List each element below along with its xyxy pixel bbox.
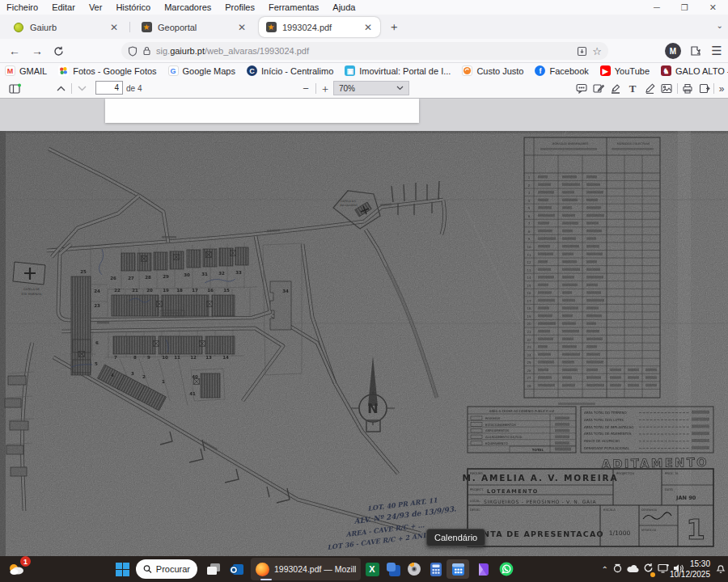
whatsapp-icon[interactable]: [497, 559, 516, 579]
save-to-device-icon[interactable]: [577, 46, 587, 57]
sync-update-icon[interactable]: [643, 562, 654, 576]
taskbar-search[interactable]: Procurar: [136, 559, 197, 579]
tab-title: Gaiurb: [30, 23, 103, 32]
tab-close-icon[interactable]: ✕: [236, 22, 248, 33]
list-all-tabs-icon[interactable]: ⌄: [717, 21, 723, 30]
google-maps-icon: G: [168, 65, 179, 76]
search-icon: [143, 564, 152, 574]
calendar-icon[interactable]: [447, 559, 469, 579]
tab-separator: [129, 22, 130, 32]
image-tool-button[interactable]: [659, 81, 674, 96]
url-bar[interactable]: sig.gaiurb.pt/web_alvaras/1993024.pdf ☆: [121, 42, 608, 60]
bookmark-imovirtual[interactable]: ▣ Imovirtual: Portal de I...: [345, 65, 451, 76]
tab-pdf-active[interactable]: ★ 1993024.pdf ✕: [259, 17, 380, 37]
bookmark-centralimo[interactable]: C Início - Centralimo: [247, 65, 333, 76]
taskbar-tooltip: Calendário: [426, 529, 485, 546]
date: 10/12/2025: [670, 569, 710, 580]
menu-ajuda[interactable]: Ajuda: [332, 2, 355, 12]
pdf-toolbar: de 4 − ＋ 70% T: [0, 78, 728, 99]
reload-button[interactable]: [50, 43, 66, 59]
close-button[interactable]: ✕: [709, 2, 717, 13]
google-photos-icon: [58, 65, 69, 76]
shield-icon[interactable]: [128, 46, 138, 57]
tab-gaiurb[interactable]: Gaiurb ✕: [6, 17, 126, 37]
time: 15:30: [670, 559, 710, 569]
save-button[interactable]: [697, 81, 712, 96]
menu-editar[interactable]: Editar: [52, 2, 75, 12]
signature-tool-button[interactable]: [591, 81, 606, 96]
menu-ferramentas[interactable]: Ferramentas: [269, 2, 319, 12]
previous-page-button[interactable]: [53, 81, 68, 96]
text-tool-button[interactable]: T: [625, 81, 640, 96]
page-number-input[interactable]: [95, 81, 123, 95]
geoportal-favicon-icon: ★: [141, 22, 152, 33]
restore-button[interactable]: ❐: [681, 3, 688, 12]
start-button[interactable]: [112, 559, 132, 579]
back-button[interactable]: ←: [6, 43, 23, 59]
firefox-icon: [256, 563, 269, 576]
account-avatar[interactable]: M: [665, 43, 681, 59]
menu-ver[interactable]: Ver: [89, 2, 103, 12]
comment-tool-button[interactable]: [574, 81, 589, 96]
zoom-in-button[interactable]: ＋: [319, 81, 332, 96]
tray-ring-icon[interactable]: [612, 562, 623, 576]
bookmark-facebook[interactable]: f Facebook: [535, 65, 588, 76]
menu-marcadores[interactable]: Marcadores: [164, 2, 211, 12]
forward-button[interactable]: →: [29, 43, 45, 59]
onedrive-cloud-icon[interactable]: [627, 562, 639, 576]
clock[interactable]: 15:30 10/12/2025: [670, 559, 710, 580]
navigation-toolbar: ← → sig.gaiurb.pt/web_alvaras/1993024.pd…: [0, 39, 728, 63]
bookmark-galo-alto[interactable]: ♞ GALO ALTO - SOCIED...: [661, 65, 728, 76]
paper-grain: [0, 131, 728, 556]
bookmark-google-fotos[interactable]: Fotos - Google Fotos: [58, 65, 156, 76]
notifications-bell-icon[interactable]: [715, 563, 726, 577]
minimize-button[interactable]: ─: [654, 2, 660, 12]
pdf-viewer[interactable]: CAPELA DE STA MARINHA CAPELA N.S. DO CAL…: [0, 99, 728, 556]
tab-close-icon[interactable]: ✕: [362, 22, 374, 33]
next-page-button[interactable]: [74, 81, 89, 96]
disc-burner-icon[interactable]: [404, 559, 424, 579]
bookmark-google-maps[interactable]: G Google Maps: [168, 65, 235, 76]
menu-bar: Ficheiro Editar Ver Histórico Marcadores…: [0, 0, 728, 15]
widgets-weather-icon[interactable]: 1: [6, 559, 26, 579]
menu-profiles[interactable]: Profiles: [225, 2, 255, 12]
calculator-icon[interactable]: [426, 559, 446, 579]
menu-historico[interactable]: Histórico: [116, 2, 150, 12]
sidebar-toggle-button[interactable]: [6, 81, 23, 96]
extensions-icon[interactable]: [688, 43, 704, 59]
bookmark-gmail[interactable]: M GMAIL: [5, 65, 47, 76]
page-total-label: de 4: [126, 81, 150, 96]
draw-tool-button[interactable]: [642, 81, 657, 96]
blue-app-icon[interactable]: [383, 559, 403, 579]
firefox-task-button[interactable]: 1993024.pdf — Mozilla I: [251, 558, 361, 580]
bookmark-star-icon[interactable]: ☆: [592, 45, 602, 57]
outlook-icon[interactable]: [227, 559, 247, 579]
display-device-icon[interactable]: [658, 562, 669, 576]
task-view-button[interactable]: [204, 559, 223, 579]
menu-hamburger-icon[interactable]: ☰: [709, 43, 725, 59]
clipchamp-icon[interactable]: [474, 559, 493, 579]
highlight-tool-button[interactable]: [608, 81, 623, 96]
menu-ficheiro[interactable]: Ficheiro: [6, 2, 38, 12]
tab-geoportal[interactable]: ★ Geoportal ✕: [134, 17, 254, 37]
imovirtual-icon: ▣: [345, 65, 355, 76]
bookmark-youtube[interactable]: ▶ YouTube: [600, 65, 650, 76]
tray-chevron-up-icon[interactable]: ⌃: [602, 565, 608, 574]
more-tools-button[interactable]: »: [715, 81, 728, 96]
reload-icon: [53, 46, 64, 57]
pdf-favicon-icon: ★: [265, 22, 277, 33]
galo-alto-icon: ♞: [661, 65, 671, 76]
lock-icon[interactable]: [142, 46, 151, 56]
facebook-icon: f: [535, 65, 545, 76]
zoom-select[interactable]: 70%: [333, 81, 409, 95]
zoom-out-button[interactable]: −: [299, 81, 312, 96]
tab-strip: Gaiurb ✕ ★ Geoportal ✕ ★ 1993024.pdf ✕ ＋…: [0, 15, 728, 39]
pdf-page-4-scan: CAPELA DE STA MARINHA CAPELA N.S. DO CAL…: [0, 131, 728, 556]
new-tab-button[interactable]: ＋: [387, 20, 401, 35]
print-button[interactable]: [680, 81, 695, 96]
tab-close-icon[interactable]: ✕: [108, 22, 120, 33]
bookmark-custo-justo[interactable]: Custo Justo: [462, 65, 523, 76]
bookmarks-bar: M GMAIL Fotos - Google Fotos G Google Ma…: [0, 63, 728, 78]
excel-icon[interactable]: X: [362, 559, 382, 579]
gmail-icon: M: [5, 65, 15, 76]
